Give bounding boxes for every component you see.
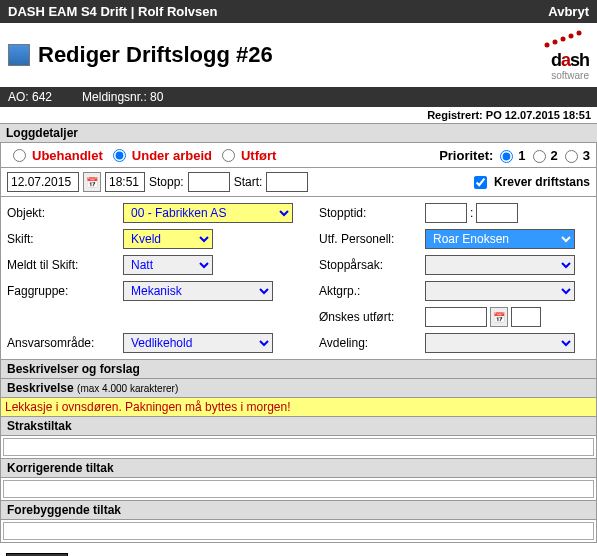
krever-checkbox[interactable] — [474, 176, 487, 189]
utf-label: Utf. Personell: — [319, 232, 419, 246]
title-row: Rediger Driftslogg #26 dash software — [0, 23, 597, 87]
stopptid-h-input[interactable] — [425, 203, 467, 223]
status-utfort-label: Utført — [241, 148, 276, 163]
forebyggende-input[interactable] — [3, 522, 594, 540]
meld-value: 80 — [150, 90, 163, 104]
svg-point-3 — [569, 34, 574, 39]
faggruppe-label: Faggruppe: — [7, 284, 117, 298]
status-ubehandlet-radio[interactable] — [13, 149, 26, 162]
skift-label: Skift: — [7, 232, 117, 246]
info-bar: AO: 642 Meldingsnr.: 80 — [0, 87, 597, 107]
priority-label: Prioritet: — [439, 148, 493, 163]
section-beskrivelse: Beskrivelse (max 4.000 karakterer) — [0, 379, 597, 398]
faggruppe-select[interactable]: Mekanisk — [123, 281, 273, 301]
page-title: Rediger Driftslogg #26 — [38, 42, 273, 68]
start-input[interactable] — [266, 172, 308, 192]
top-bar: DASH EAM S4 Drift | Rolf Rolvsen Avbryt — [0, 0, 597, 23]
objekt-label: Objekt: — [7, 206, 117, 220]
ansvar-label: Ansvarsområde: — [7, 336, 117, 350]
priority-3-radio[interactable] — [565, 150, 578, 163]
krever-label: Krever driftstans — [494, 175, 590, 189]
stopp-label: Stopp: — [149, 175, 184, 189]
start-label: Start: — [234, 175, 263, 189]
logo: dash software — [537, 29, 589, 81]
onskes-calendar-icon[interactable]: 📅 — [490, 307, 508, 327]
meld-label: Meldingsnr.: — [82, 90, 147, 104]
section-strakstiltak: Strakstiltak — [0, 417, 597, 436]
section-beskrivelser: Beskrivelser og forslag — [0, 360, 597, 379]
priority-1-radio[interactable] — [500, 150, 513, 163]
calendar-icon[interactable]: 📅 — [83, 172, 101, 192]
onskes-label: Ønskes utført: — [319, 310, 419, 324]
svg-point-1 — [553, 40, 558, 45]
logo-dots-icon — [537, 29, 589, 49]
status-utfort-radio[interactable] — [222, 149, 235, 162]
date-row: 📅 Stopp: Start: Krever driftstans — [0, 168, 597, 197]
onskes-extra-input[interactable] — [511, 307, 541, 327]
ansvar-select[interactable]: Vedlikehold — [123, 333, 273, 353]
time-input[interactable] — [105, 172, 145, 192]
beskrivelse-input[interactable] — [1, 398, 596, 416]
registered-line: Registrert: PO 12.07.2015 18:51 — [0, 107, 597, 123]
stopp-input[interactable] — [188, 172, 230, 192]
stopparsak-label: Stoppårsak: — [319, 258, 419, 272]
section-loggdetaljer: Loggdetaljer — [0, 123, 597, 143]
section-forebyggende: Forebyggende tiltak — [0, 501, 597, 520]
status-underarbeid-radio[interactable] — [113, 149, 126, 162]
strakstiltak-input[interactable] — [3, 438, 594, 456]
objekt-select[interactable]: 00 - Fabrikken AS — [123, 203, 293, 223]
form-grid: Objekt: 00 - Fabrikken AS Stopptid: : Sk… — [0, 197, 597, 360]
onskes-date-input[interactable] — [425, 307, 487, 327]
svg-point-2 — [561, 37, 566, 42]
date-input[interactable] — [7, 172, 79, 192]
stopparsak-select[interactable] — [425, 255, 575, 275]
aktgrp-select[interactable] — [425, 281, 575, 301]
aktgrp-label: Aktgrp.: — [319, 284, 419, 298]
utf-select[interactable]: Roar Enoksen — [425, 229, 575, 249]
svg-point-0 — [545, 43, 550, 48]
priority-2-radio[interactable] — [533, 150, 546, 163]
cancel-link[interactable]: Avbryt — [548, 4, 589, 19]
ao-value: 642 — [32, 90, 52, 104]
meldt-select[interactable]: Natt — [123, 255, 213, 275]
korrigerende-input[interactable] — [3, 480, 594, 498]
meldt-label: Meldt til Skift: — [7, 258, 117, 272]
section-korrigerende: Korrigerende tiltak — [0, 459, 597, 478]
status-underarbeid-label: Under arbeid — [132, 148, 212, 163]
status-ubehandlet-label: Ubehandlet — [32, 148, 103, 163]
status-row: Ubehandlet Under arbeid Utført Prioritet… — [0, 143, 597, 168]
stopptid-label: Stopptid: — [319, 206, 419, 220]
avdeling-select[interactable] — [425, 333, 575, 353]
svg-point-4 — [577, 31, 582, 36]
avdeling-label: Avdeling: — [319, 336, 419, 350]
ao-label: AO: — [8, 90, 29, 104]
app-title: DASH EAM S4 Drift | Rolf Rolvsen — [8, 4, 218, 19]
edit-icon — [8, 44, 30, 66]
stopptid-m-input[interactable] — [476, 203, 518, 223]
skift-select[interactable]: Kveld — [123, 229, 213, 249]
